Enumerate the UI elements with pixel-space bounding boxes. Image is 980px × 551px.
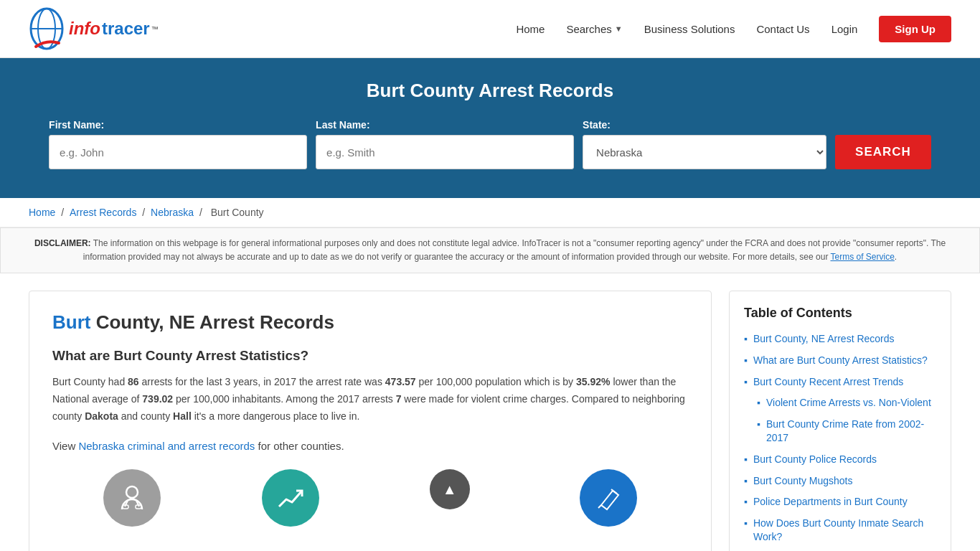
county2: Hall	[173, 410, 192, 422]
disclaimer-text: The information on this webpage is for g…	[83, 238, 946, 262]
breadcrumb-home[interactable]: Home	[29, 207, 55, 218]
para1-and: and county	[118, 410, 173, 422]
article-section: Burt County, NE Arrest Records What are …	[29, 291, 712, 551]
toc-item: Burt County Police Records	[744, 453, 936, 467]
trend-icon	[262, 469, 319, 527]
logo[interactable]: infotracer™	[29, 7, 159, 50]
disclaimer-label: DISCLAIMER:	[34, 238, 91, 248]
section1-paragraph: Burt County had 86 arrests for the last …	[52, 374, 688, 425]
toc-link[interactable]: How Does Burt County Inmate Search Work?	[753, 517, 936, 545]
svg-point-3	[126, 486, 138, 498]
toc-item: Burt County Crime Rate from 2002-2017	[744, 418, 936, 446]
nav-home[interactable]: Home	[516, 23, 545, 35]
para1-pre: Burt County had	[52, 376, 128, 387]
logo-tm: ™	[151, 25, 159, 33]
toc-link[interactable]: Police Departments in Burt County	[753, 495, 908, 509]
nav-searches[interactable]: Searches ▼	[566, 23, 622, 35]
toc-link[interactable]: Burt County Recent Arrest Trends	[753, 375, 903, 390]
arrests-count: 86	[128, 376, 139, 387]
toc-link[interactable]: Violent Crime Arrests vs. Non-Violent	[766, 396, 931, 410]
last-name-group: Last Name:	[316, 119, 574, 169]
county1: Dakota	[85, 410, 118, 422]
nav-contact-us[interactable]: Contact Us	[756, 23, 809, 35]
first-name-label: First Name:	[49, 119, 104, 131]
table-of-contents: Table of Contents Burt County, NE Arrest…	[729, 291, 951, 551]
breadcrumb-burt-county: Burt County	[211, 207, 264, 218]
state-group: State: AlabamaAlaskaArizonaArkansasCalif…	[583, 119, 826, 169]
disclaimer-period: .	[895, 252, 897, 262]
main-nav: Home Searches ▼ Business Solutions Conta…	[516, 16, 951, 42]
toc-item: Police Departments in Burt County	[744, 495, 936, 509]
section1-heading: What are Burt County Arrest Statistics?	[52, 348, 688, 364]
toc-inner: Table of Contents Burt County, NE Arrest…	[729, 291, 951, 551]
login-button[interactable]: Login	[831, 23, 858, 35]
article-title-highlight: Burt	[52, 311, 90, 333]
chevron-down-icon: ▼	[615, 24, 623, 33]
toc-item: What are Burt County Arrest Statistics?	[744, 354, 936, 368]
icon-box-scroll[interactable]: ▲	[380, 469, 519, 527]
toc-link[interactable]: What are Burt County Arrest Statistics?	[753, 354, 928, 368]
view-records-paragraph: View Nebraska criminal and arrest record…	[52, 437, 688, 456]
last-name-input[interactable]	[316, 135, 574, 169]
icon-box-edit	[539, 469, 679, 527]
para1-mid2: per 100,000 population which is by	[416, 376, 576, 387]
search-form: First Name: Last Name: State: AlabamaAla…	[29, 119, 951, 169]
icon-box-arrest	[62, 469, 202, 527]
breadcrumb: Home / Arrest Records / Nebraska / Burt …	[0, 198, 980, 227]
breadcrumb-sep1: /	[61, 207, 67, 218]
svg-line-8	[598, 505, 601, 508]
view-para-post: for other counties.	[255, 440, 344, 452]
percent-lower: 35.92%	[576, 376, 610, 387]
icon-box-trend	[221, 469, 361, 527]
first-name-group: First Name:	[49, 119, 307, 169]
toc-link[interactable]: Burt County, NE Arrest Records	[753, 332, 895, 347]
main-content: Burt County, NE Arrest Records What are …	[0, 273, 980, 551]
toc-link[interactable]: Burt County Crime Rate from 2002-2017	[766, 418, 936, 446]
terms-of-service-link[interactable]: Terms of Service	[831, 252, 895, 262]
toc-item: Burt County, NE Arrest Records	[744, 332, 936, 347]
para1-final: it's a more dangerous place to live in.	[192, 410, 360, 422]
first-name-input[interactable]	[49, 135, 307, 169]
icon-strip: ▲	[52, 469, 688, 527]
last-name-label: Last Name:	[316, 119, 369, 131]
national-avg: 739.02	[142, 393, 173, 405]
breadcrumb-sep3: /	[199, 207, 205, 218]
arrest-icon	[103, 469, 161, 527]
hero-section: Burt County Arrest Records First Name: L…	[0, 58, 980, 198]
logo-image: infotracer™	[29, 7, 159, 50]
toc-item: Burt County Mugshots	[744, 474, 936, 489]
toc-item: How Does Burt County Inmate Search Work?	[744, 517, 936, 545]
svg-rect-6	[123, 505, 128, 509]
breadcrumb-nebraska[interactable]: Nebraska	[151, 207, 194, 218]
nav-business-solutions[interactable]: Business Solutions	[644, 23, 735, 35]
toc-link[interactable]: Burt County Mugshots	[753, 474, 853, 489]
search-button[interactable]: SEARCH	[835, 135, 931, 169]
nebraska-records-link[interactable]: Nebraska criminal and arrest records	[78, 440, 255, 452]
svg-rect-7	[136, 505, 141, 509]
toc-item: Violent Crime Arrests vs. Non-Violent	[744, 396, 936, 410]
toc-item: Burt County Recent Arrest Trends	[744, 375, 936, 390]
toc-heading: Table of Contents	[744, 306, 936, 321]
article-title-rest: County, NE Arrest Records	[90, 311, 334, 333]
state-select[interactable]: AlabamaAlaskaArizonaArkansasCaliforniaCo…	[583, 135, 826, 169]
arrest-rate: 473.57	[385, 376, 416, 387]
edit-icon	[580, 469, 637, 527]
toc-list: Burt County, NE Arrest RecordsWhat are B…	[744, 332, 936, 551]
site-header: infotracer™ Home Searches ▼ Business Sol…	[0, 0, 980, 58]
para1-mid4: per 100,000 inhabitants. Among the 2017 …	[173, 393, 396, 405]
scroll-up-button[interactable]: ▲	[430, 469, 470, 509]
view-para-pre: View	[52, 440, 78, 452]
hero-title: Burt County Arrest Records	[29, 80, 951, 102]
para1-mid: arrests for the last 3 years, in 2017 th…	[139, 376, 385, 387]
article-title: Burt County, NE Arrest Records	[52, 311, 688, 334]
signup-button[interactable]: Sign Up	[879, 16, 951, 42]
disclaimer-bar: DISCLAIMER: The information on this webp…	[0, 227, 980, 273]
breadcrumb-sep2: /	[142, 207, 148, 218]
toc-link[interactable]: Burt County Police Records	[753, 453, 877, 467]
state-label: State:	[583, 119, 611, 131]
breadcrumb-arrest-records[interactable]: Arrest Records	[70, 207, 136, 218]
